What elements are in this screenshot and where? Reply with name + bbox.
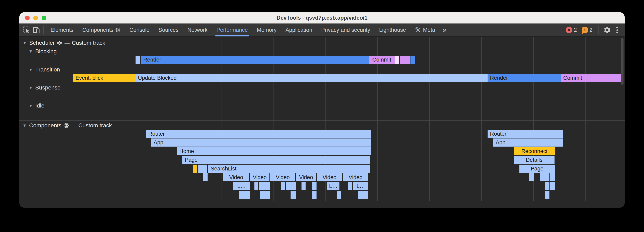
timeline-gridline — [66, 37, 66, 201]
flame-bar-event-click[interactable]: Event: click — [73, 74, 138, 82]
flame-bar-router[interactable]: Router — [146, 130, 371, 138]
track-section-divider — [19, 120, 625, 121]
flame-bar-label: Video — [322, 174, 336, 181]
warning-badge[interactable]: ! 2 — [580, 27, 594, 33]
flame-bar[interactable] — [254, 182, 258, 190]
flame-bar-video[interactable]: Video — [250, 173, 270, 181]
flame-bar[interactable] — [290, 191, 296, 199]
flame-bar-label: Update Blocked — [138, 75, 177, 81]
tab-elements[interactable]: Elements — [46, 23, 78, 36]
flame-bar[interactable] — [529, 173, 534, 181]
track-label-transition[interactable]: ▼Transition — [28, 66, 60, 73]
flame-bar-update-blocked[interactable]: Update Blocked — [136, 74, 490, 82]
vertical-scrollbar[interactable] — [621, 38, 624, 85]
flame-bar[interactable] — [281, 182, 285, 190]
more-options-icon[interactable] — [614, 27, 621, 33]
flame-bar-commit[interactable]: Commit — [369, 56, 395, 64]
collapse-triangle-icon[interactable]: ▼ — [28, 49, 33, 54]
tab-lighthouse[interactable]: Lighthouse — [375, 23, 410, 36]
flame-bar[interactable] — [312, 191, 316, 199]
flame-bar-video[interactable]: Video — [317, 173, 342, 181]
track-label-blocking[interactable]: ▼Blocking — [28, 48, 57, 55]
flame-bar[interactable] — [302, 182, 306, 190]
flame-bar-label: Commit — [563, 75, 582, 81]
flame-bar-render[interactable]: Render — [488, 74, 563, 82]
flame-bar-app[interactable]: App — [493, 138, 563, 147]
tab-application[interactable]: Application — [281, 23, 317, 36]
zoom-window-button[interactable] — [42, 15, 46, 20]
flame-bar-reconnect[interactable]: Reconnect — [514, 147, 555, 155]
collapse-triangle-icon[interactable]: ▼ — [22, 40, 27, 45]
flame-bar-render[interactable]: Render — [141, 56, 371, 64]
tab-meta[interactable]: Meta — [410, 23, 440, 36]
flame-bar-video[interactable]: Video — [296, 173, 316, 181]
inspect-icon[interactable] — [22, 25, 32, 35]
flame-bar-searchlist[interactable]: SearchList — [208, 165, 370, 173]
flame-bar-page[interactable]: Page — [182, 156, 370, 164]
close-window-button[interactable] — [25, 15, 30, 20]
flame-bar-video[interactable]: Video — [223, 173, 249, 181]
collapse-triangle-icon[interactable]: ▼ — [28, 103, 33, 108]
flame-bar-video[interactable]: Video — [343, 173, 368, 181]
collapse-triangle-icon[interactable]: ▼ — [28, 85, 33, 90]
flame-bar[interactable] — [550, 173, 555, 181]
flame-bar[interactable] — [348, 182, 352, 190]
flame-bar[interactable] — [239, 191, 250, 199]
toolbar-divider — [43, 26, 44, 34]
track-label-components[interactable]: ▼Components — Custom track — [22, 122, 112, 129]
error-badge[interactable]: ✕ 2 — [564, 27, 578, 33]
track-label-idle[interactable]: ▼Idle — [28, 102, 44, 109]
flame-bar[interactable] — [286, 182, 296, 190]
flame-bar-app[interactable]: App — [151, 138, 371, 147]
flame-bar[interactable] — [545, 191, 550, 199]
flame-bar-l-[interactable]: L… — [327, 182, 340, 190]
track-label-suspense[interactable]: ▼Suspense — [28, 84, 60, 91]
flame-bar[interactable] — [395, 56, 399, 64]
flame-bar-label: L… — [329, 183, 338, 189]
flame-bar[interactable] — [540, 173, 550, 181]
flame-bar[interactable] — [203, 173, 208, 181]
flame-bar-label: App — [496, 139, 506, 146]
flame-bar-page[interactable]: Page — [520, 165, 555, 173]
flame-bar-l-[interactable]: L… — [353, 182, 368, 190]
tab-components[interactable]: Components — [78, 23, 125, 36]
flame-bar-label: L… — [356, 183, 365, 189]
flame-bar-label: Render — [143, 57, 161, 63]
flame-bar-l-[interactable]: L… — [233, 182, 250, 190]
collapse-triangle-icon[interactable]: ▼ — [22, 123, 27, 128]
flame-bar[interactable] — [259, 182, 270, 190]
flame-bar-label: Page — [530, 166, 543, 172]
track-suffix: — Custom track — [71, 122, 112, 129]
flame-bar-details[interactable]: Details — [514, 156, 554, 164]
tab-label: Components — [82, 27, 114, 33]
tab-memory[interactable]: Memory — [252, 23, 281, 36]
flame-bar-video[interactable]: Video — [270, 173, 295, 181]
flame-bar[interactable] — [136, 56, 140, 64]
flame-bar[interactable] — [260, 191, 270, 199]
window-title: DevTools - qsvd7p.csb.app/video/1 — [276, 15, 368, 21]
flame-bar[interactable] — [545, 182, 550, 190]
flame-bar[interactable] — [198, 165, 207, 173]
flame-bar-router[interactable]: Router — [488, 130, 563, 138]
tab-performance[interactable]: Performance — [212, 23, 252, 36]
collapse-triangle-icon[interactable]: ▼ — [28, 67, 33, 72]
flame-bar[interactable] — [358, 191, 368, 199]
tab-network[interactable]: Network — [183, 23, 212, 36]
flame-bar[interactable] — [337, 191, 341, 199]
tab-console[interactable]: Console — [125, 23, 154, 36]
tab-privacy-and-security[interactable]: Privacy and security — [317, 23, 375, 36]
minimize-window-button[interactable] — [33, 15, 38, 20]
flame-bar[interactable] — [312, 182, 316, 190]
track-label-scheduler[interactable]: ▼Scheduler — Custom track — [22, 39, 105, 47]
flame-bar[interactable] — [410, 56, 415, 64]
more-tabs-icon[interactable]: » — [440, 26, 450, 34]
device-toolbar-icon[interactable] — [32, 25, 41, 35]
settings-gear-icon[interactable] — [602, 25, 612, 35]
flame-bar-commit[interactable]: Commit — [561, 74, 621, 82]
flame-bar[interactable] — [550, 182, 555, 190]
flame-bar[interactable] — [400, 56, 410, 64]
flame-bar-home[interactable]: Home — [177, 147, 371, 155]
tab-sources[interactable]: Sources — [154, 23, 183, 36]
tab-label: Memory — [257, 27, 276, 33]
flame-bar[interactable] — [193, 165, 197, 173]
